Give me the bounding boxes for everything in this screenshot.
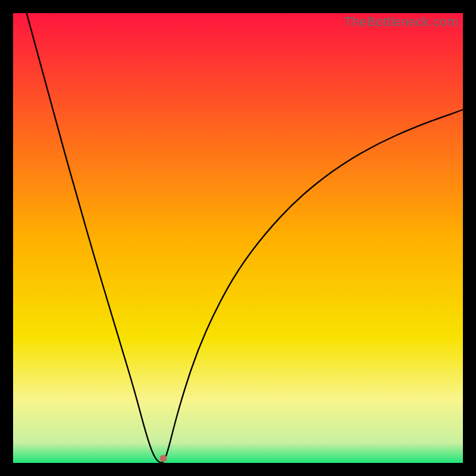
bottleneck-chart — [13, 13, 463, 463]
gradient-background — [13, 13, 463, 463]
watermark-text: TheBottleneck.com — [344, 14, 458, 30]
chart-frame: TheBottleneck.com — [13, 13, 463, 463]
optimum-marker — [160, 455, 167, 462]
